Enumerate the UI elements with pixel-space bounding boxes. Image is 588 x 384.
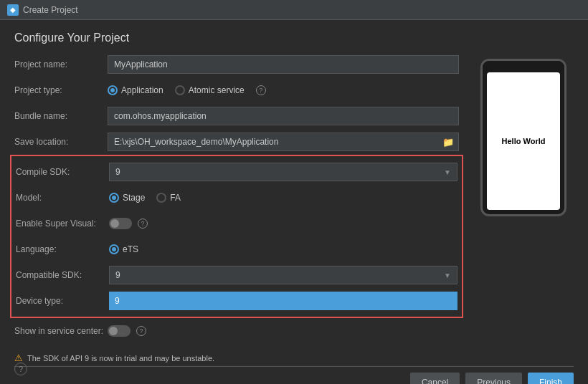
radio-ets-circle — [109, 244, 119, 254]
language-radio-group: eTS — [109, 244, 457, 254]
app-icon: ◆ — [7, 4, 19, 16]
compile-sdk-row: Compile SDK: 9 ▼ — [16, 159, 457, 185]
project-type-radio-group: Application Atomic service ? — [108, 85, 459, 95]
compile-sdk-label: Compile SDK: — [16, 167, 109, 177]
show-service-center-label: Show in service center: — [14, 326, 108, 336]
form-section: Project name: Project type: Application — [14, 52, 459, 344]
device-type-row: Device type: 9 — [16, 288, 457, 314]
super-visual-row: Enable Super Visual: ? — [16, 211, 457, 236]
model-row: Model: Stage FA — [16, 185, 457, 211]
device-type-dropdown[interactable]: 9 — [109, 292, 457, 310]
device-type-label: Device type: — [16, 296, 109, 306]
radio-atomic-circle — [175, 85, 185, 95]
device-type-control: 9 — [109, 292, 457, 310]
button-bar: Cancel Previous Finish — [14, 366, 574, 384]
previous-button[interactable]: Previous — [465, 373, 522, 384]
save-location-field: 📁 — [108, 133, 459, 151]
compile-sdk-control: 9 ▼ — [109, 163, 457, 181]
radio-atomic-service[interactable]: Atomic service — [175, 85, 245, 95]
project-name-label: Project name: — [14, 59, 108, 69]
model-label: Model: — [16, 193, 109, 203]
dialog-header: Configure Your Project — [0, 20, 588, 52]
phone-screen: Hello World — [487, 72, 560, 210]
save-location-label: Save location: — [14, 137, 108, 147]
language-control: eTS — [109, 244, 457, 254]
radio-stage-circle — [109, 193, 119, 203]
language-label: Language: — [16, 244, 109, 254]
save-location-row: Save location: 📁 — [14, 129, 459, 155]
compile-sdk-value: 9 — [115, 167, 120, 177]
super-visual-help-icon[interactable]: ? — [138, 219, 148, 229]
compatible-sdk-dropdown[interactable]: 9 ▼ — [109, 266, 457, 284]
show-service-center-row: Show in service center: ? — [14, 318, 459, 344]
compatible-sdk-control: 9 ▼ — [109, 266, 457, 284]
cancel-button[interactable]: Cancel — [410, 373, 460, 384]
model-control: Stage FA — [109, 193, 457, 203]
radio-fa-circle — [156, 193, 166, 203]
show-service-center-control: ? — [108, 325, 459, 337]
super-visual-label: Enable Super Visual: — [16, 219, 109, 229]
show-service-center-toggle[interactable] — [108, 325, 131, 337]
compatible-sdk-label: Compatible SDK: — [16, 270, 109, 280]
hello-world-text: Hello World — [502, 137, 546, 145]
project-type-control: Application Atomic service ? — [108, 85, 459, 95]
create-project-dialog: Configure Your Project Project name: Pro… — [0, 20, 588, 384]
bundle-name-label: Bundle name: — [14, 111, 108, 121]
language-row: Language: eTS — [16, 236, 457, 262]
warning-text: The SDK of API 9 is now in trial and may… — [27, 354, 214, 363]
dialog-footer: ⚠ The SDK of API 9 is now in trial and m… — [0, 344, 588, 384]
radio-stage-label: Stage — [123, 193, 145, 203]
project-type-label: Project type: — [14, 85, 108, 95]
device-type-value: 9 — [115, 296, 120, 306]
preview-section: Hello World — [473, 52, 574, 344]
dialog-body: Project name: Project type: Application — [0, 52, 588, 344]
radio-ets-label: eTS — [123, 244, 138, 254]
radio-application-circle — [108, 85, 118, 95]
title-bar-text: Create Project — [23, 5, 78, 15]
radio-atomic-label: Atomic service — [189, 85, 245, 95]
model-radio-group: Stage FA — [109, 193, 457, 203]
save-location-control: 📁 — [108, 133, 459, 151]
phone-preview: Hello World — [480, 59, 566, 216]
radio-application-label: Application — [121, 85, 163, 95]
title-bar: ◆ Create Project — [0, 0, 588, 20]
compatible-sdk-arrow: ▼ — [444, 272, 451, 279]
compile-sdk-dropdown[interactable]: 9 ▼ — [109, 163, 457, 181]
bundle-name-input[interactable] — [108, 107, 459, 125]
project-name-row: Project name: — [14, 52, 459, 77]
bottom-help-icon[interactable]: ? — [14, 363, 27, 375]
project-name-control — [108, 55, 459, 74]
bundle-name-row: Bundle name: — [14, 103, 459, 129]
radio-fa[interactable]: FA — [156, 193, 181, 203]
finish-button[interactable]: Finish — [528, 373, 574, 384]
radio-stage[interactable]: Stage — [109, 193, 145, 203]
radio-ets[interactable]: eTS — [109, 244, 138, 254]
super-visual-toggle[interactable] — [109, 218, 132, 229]
compatible-sdk-value: 9 — [115, 270, 120, 280]
save-location-input[interactable] — [108, 133, 438, 150]
radio-fa-label: FA — [170, 193, 181, 203]
super-visual-control: ? — [109, 218, 457, 229]
project-type-row: Project type: Application Atomic service… — [14, 77, 459, 103]
highlighted-section: Compile SDK: 9 ▼ Model: — [10, 155, 463, 318]
project-type-help-icon[interactable]: ? — [256, 85, 266, 95]
folder-icon[interactable]: 📁 — [438, 137, 458, 148]
compatible-sdk-row: Compatible SDK: 9 ▼ — [16, 262, 457, 288]
radio-application[interactable]: Application — [108, 85, 163, 95]
warning-bar: ⚠ The SDK of API 9 is now in trial and m… — [14, 350, 574, 366]
phone-notch — [483, 61, 564, 67]
show-service-center-help-icon[interactable]: ? — [136, 326, 146, 336]
bundle-name-control — [108, 107, 459, 125]
project-name-input[interactable] — [108, 55, 459, 74]
warning-icon: ⚠ — [14, 352, 23, 363]
compile-sdk-arrow: ▼ — [444, 168, 451, 176]
